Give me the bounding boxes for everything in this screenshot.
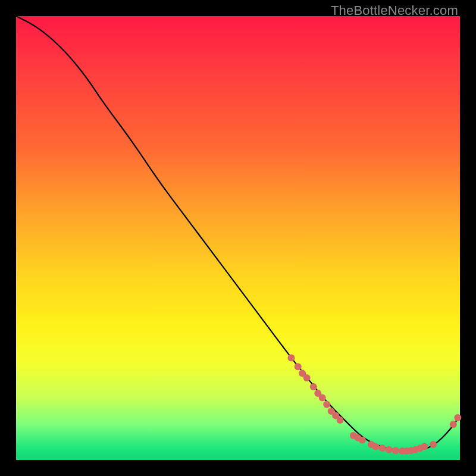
chart-marker [450, 421, 457, 428]
chart-marker [430, 441, 437, 448]
chart-stage: TheBottleNecker.com [0, 0, 476, 476]
chart-marker [378, 444, 386, 452]
chart-marker [392, 447, 399, 454]
chart-marker [323, 401, 330, 408]
chart-marker [337, 416, 344, 424]
chart-marker [310, 383, 317, 390]
chart-marker [319, 394, 326, 402]
chart-markers [288, 354, 462, 455]
chart-marker [421, 443, 428, 450]
chart-marker [359, 436, 366, 443]
chart-overlay [16, 16, 460, 460]
chart-marker [372, 443, 379, 450]
chart-marker [303, 374, 311, 381]
chart-marker [295, 363, 302, 370]
chart-marker [454, 414, 461, 421]
chart-marker [386, 446, 393, 453]
chart-curve [16, 16, 460, 451]
chart-marker [288, 354, 295, 361]
